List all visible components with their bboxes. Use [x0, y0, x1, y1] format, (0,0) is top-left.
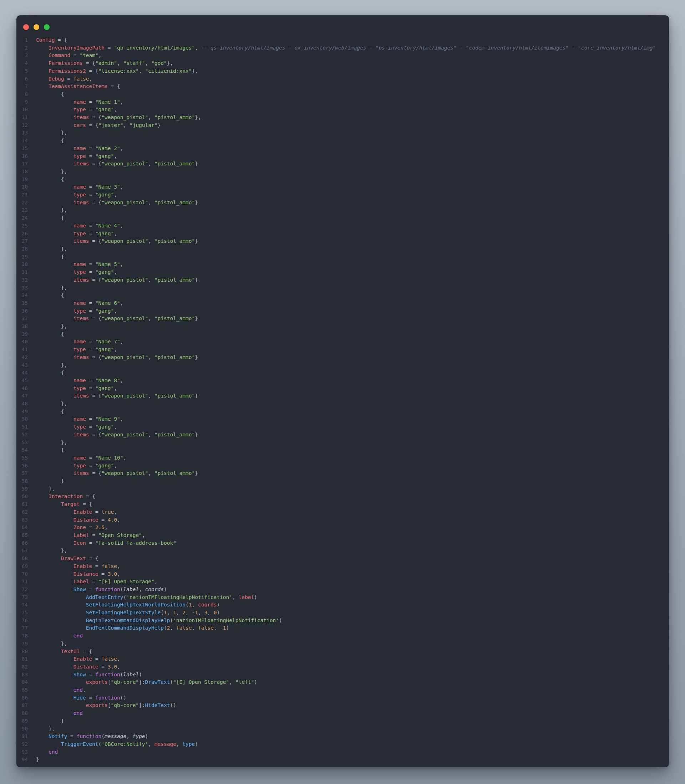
code-line-content: exports["qb-core"]:DrawText("[E] Open St… [28, 679, 257, 686]
code-line: 36 type = "gang", [16, 307, 669, 315]
code-line: 27 items = {"weapon_pistol", "pistol_amm… [16, 237, 669, 245]
code-line: 44 { [16, 369, 669, 377]
code-line-content: }, [28, 245, 67, 253]
code-line-content: { [28, 408, 64, 416]
code-line: 83 Show = function(label) [16, 671, 669, 679]
code-line: 7 TeamAssistanceItems = { [16, 83, 669, 91]
code-line: 31 type = "gang", [16, 269, 669, 276]
code-line: 93 end [16, 748, 669, 756]
code-line: 61 Target = { [16, 501, 669, 509]
code-line-content: }, [28, 485, 55, 493]
code-line: 3 Command = "team", [16, 52, 669, 60]
code-line-content: exports["qb-core"]:HideText() [28, 701, 176, 709]
code-line-content: type = "gang", [28, 269, 117, 276]
line-number: 81 [16, 655, 28, 663]
code-line: 32 items = {"weapon_pistol", "pistol_amm… [16, 276, 669, 284]
code-line-content: }, [28, 323, 67, 330]
line-number: 69 [16, 563, 28, 570]
line-number: 12 [16, 121, 28, 130]
line-number: 66 [16, 539, 28, 547]
code-line-content: }, [28, 725, 55, 733]
line-number: 46 [16, 385, 28, 392]
editor-window: 1Config = {2 InventoryImagePath = "qb-in… [16, 15, 669, 767]
code-line-content: end [28, 632, 83, 640]
line-number: 31 [16, 269, 28, 276]
line-number: 42 [16, 354, 28, 361]
code-line: 75 SetFloatingHelpTextStyle(1, 1, 2, -1,… [16, 609, 669, 617]
code-line: 73 AddTextEntry('nationTMFloatingHelpNot… [16, 594, 669, 601]
minimize-button[interactable] [34, 24, 39, 30]
code-line: 62 Enable = true, [16, 509, 669, 516]
line-number: 37 [16, 315, 28, 323]
code-line-content: TextUI = { [28, 648, 92, 656]
code-line: 79 }, [16, 640, 669, 648]
line-number: 70 [16, 570, 28, 578]
code-line-content: name = "Name 6", [28, 300, 123, 307]
line-number: 56 [16, 462, 28, 470]
line-number: 84 [16, 679, 28, 686]
code-line: 42 items = {"weapon_pistol", "pistol_amm… [16, 354, 669, 361]
code-line: 48 }, [16, 400, 669, 408]
code-line-content: Permissions = {"admin", "staff", "god"}, [28, 60, 173, 67]
code-line-content: { [28, 369, 64, 377]
code-line: 49 { [16, 408, 669, 416]
code-line: 80 TextUI = { [16, 648, 669, 656]
line-number: 5 [16, 67, 28, 75]
code-line-content: end [28, 709, 83, 718]
code-line-content: Label = "Open Storage", [28, 531, 145, 539]
code-line: 38 }, [16, 323, 669, 330]
code-line: 88 end [16, 709, 669, 718]
line-number: 30 [16, 261, 28, 269]
line-number: 1 [16, 36, 28, 44]
line-number: 11 [16, 114, 28, 121]
code-line: 50 name = "Name 9", [16, 415, 669, 423]
code-editor[interactable]: 1Config = {2 InventoryImagePath = "qb-in… [16, 36, 669, 764]
code-line-content: name = "Name 4", [28, 222, 123, 230]
code-line: 89 } [16, 718, 669, 725]
code-line-content: name = "Name 10", [28, 454, 126, 462]
line-number: 65 [16, 531, 28, 539]
code-line-content: Enable = true, [28, 509, 117, 516]
code-line: 85 end, [16, 686, 669, 694]
code-line-content: Enable = false, [28, 563, 120, 570]
line-number: 74 [16, 601, 28, 609]
code-line-content: type = "gang", [28, 346, 117, 354]
code-line: 26 type = "gang", [16, 230, 669, 238]
code-line: 15 name = "Name 2", [16, 145, 669, 152]
code-line-content: Command = "team", [28, 52, 101, 60]
code-line-content: name = "Name 2", [28, 145, 123, 152]
code-line-content: }, [28, 129, 67, 137]
code-line-content: }, [28, 640, 67, 648]
line-number: 2 [16, 44, 28, 52]
code-line: 4 Permissions = {"admin", "staff", "god"… [16, 60, 669, 67]
code-line: 66 Icon = "fa-solid fa-address-book" [16, 539, 669, 547]
line-number: 91 [16, 733, 28, 740]
close-button[interactable] [23, 24, 29, 30]
code-line: 34 { [16, 292, 669, 300]
code-line: 72 Show = function(label, coords) [16, 586, 669, 594]
code-line-content: Target = { [28, 501, 92, 509]
code-line-content: TriggerEvent('QBCore:Notify', message, t… [28, 740, 198, 748]
code-line-content: { [28, 446, 64, 454]
code-line: 71 Label = "[E] Open Storage", [16, 578, 669, 586]
line-number: 60 [16, 493, 28, 501]
code-line: 43 }, [16, 361, 669, 369]
line-number: 92 [16, 740, 28, 748]
code-line: 45 name = "Name 8", [16, 377, 669, 385]
code-line: 51 type = "gang", [16, 423, 669, 431]
code-line-content: }, [28, 400, 67, 408]
line-number: 62 [16, 509, 28, 516]
line-number: 9 [16, 99, 28, 106]
code-line: 46 type = "gang", [16, 385, 669, 392]
line-number: 80 [16, 648, 28, 656]
code-line-content: items = {"weapon_pistol", "pistol_ammo"} [28, 392, 198, 400]
maximize-button[interactable] [44, 24, 50, 30]
line-number: 38 [16, 323, 28, 330]
line-number: 7 [16, 83, 28, 91]
code-line-content: EndTextCommandDisplayHelp(2, false, fals… [28, 624, 229, 632]
code-line-content: Permissions2 = {"license:xxx", "citizeni… [28, 67, 198, 75]
code-line-content: Show = function(label, coords) [28, 586, 167, 594]
line-number: 47 [16, 392, 28, 400]
code-line-content: } [28, 756, 39, 764]
line-number: 18 [16, 168, 28, 176]
